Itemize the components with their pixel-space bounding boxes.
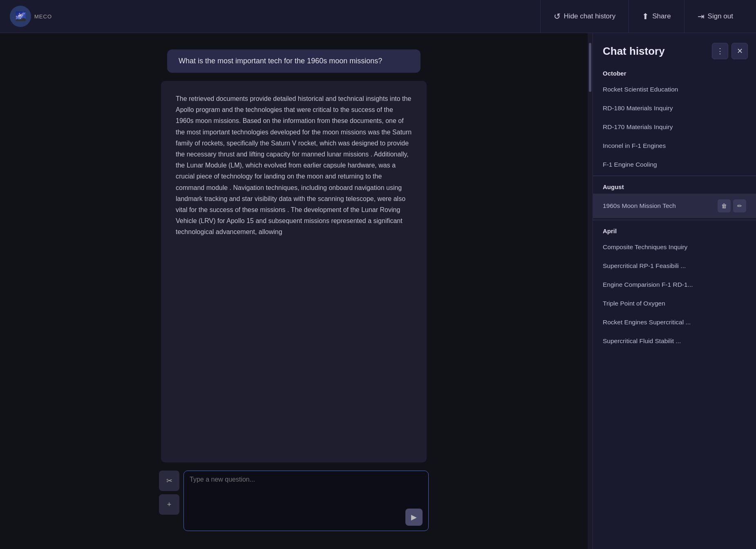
history-item-text: Supercritical RP-1 Feasibili ... — [603, 262, 746, 270]
history-item[interactable]: Rocket Engines Supercritical ...🗑✏ — [593, 313, 756, 332]
chat-scrollbar[interactable] — [588, 33, 593, 549]
input-area: ✂ + ▶ — [159, 471, 429, 539]
topbar-actions: ↺ Hide chat history ⬆ Share ⇥ Sign out — [540, 0, 746, 33]
history-item[interactable]: Rocket Scientist Education🗑✏ — [593, 80, 756, 99]
history-item-text: RD-180 Materials Inquiry — [603, 105, 746, 112]
ai-response-text: The retrieved documents provide detailed… — [176, 95, 412, 235]
logo-icon: 🌌 — [10, 6, 31, 27]
history-item[interactable]: RD-170 Materials Inquiry🗑✏ — [593, 118, 756, 136]
chat-area: What is the most important tech for the … — [0, 33, 588, 549]
history-item[interactable]: Composite Techniques Inquiry🗑✏ — [593, 238, 756, 257]
signout-label: Sign out — [708, 12, 733, 20]
history-item[interactable]: Engine Comparision F-1 RD-1...🗑✏ — [593, 275, 756, 294]
user-message: What is the most important tech for the … — [167, 49, 420, 73]
history-item-text: F-1 Engine Cooling — [603, 161, 746, 168]
user-message-text: What is the most important tech for the … — [179, 57, 382, 65]
history-item-text: Inconel in F-1 Engines — [603, 142, 746, 150]
chat-messages: What is the most important tech for the … — [10, 49, 578, 462]
history-item-text: Supercritical Fluid Stabilit ... — [603, 337, 746, 345]
send-button[interactable]: ▶ — [405, 509, 423, 526]
history-item-text: Triple Point of Oxygen — [603, 300, 746, 307]
add-icon: + — [167, 500, 172, 509]
section-divider — [593, 176, 756, 176]
input-wrapper: ▶ — [183, 471, 429, 531]
logo-text: MECO — [34, 13, 52, 20]
history-item-text: Engine Comparision F-1 RD-1... — [603, 281, 746, 288]
history-item-text: Rocket Scientist Education — [603, 86, 746, 93]
sidebar-content: OctoberRocket Scientist Education🗑✏RD-18… — [593, 66, 756, 549]
history-item-actions: 🗑✏ — [718, 199, 746, 212]
signout-icon: ⇥ — [698, 11, 705, 21]
signout-button[interactable]: ⇥ Sign out — [684, 0, 746, 33]
delete-history-button[interactable]: 🗑 — [718, 199, 731, 212]
attach-button[interactable]: ✂ — [159, 471, 179, 491]
sidebar-close-button[interactable]: ✕ — [731, 43, 748, 59]
more-icon: ⋮ — [716, 47, 724, 56]
logo-area: 🌌 MECO — [10, 6, 52, 27]
history-item[interactable]: Triple Point of Oxygen🗑✏ — [593, 294, 756, 313]
section-label-august: August — [593, 179, 756, 194]
hide-chat-label: Hide chat history — [564, 12, 616, 20]
section-label-october: October — [593, 66, 756, 80]
history-item[interactable]: 1960s Moon Mission Tech🗑✏ — [593, 194, 756, 218]
sidebar: Chat history ⋮ ✕ OctoberRocket Scientist… — [593, 33, 756, 549]
history-item-text: Composite Techniques Inquiry — [603, 243, 746, 251]
hide-chat-button[interactable]: ↺ Hide chat history — [540, 0, 629, 33]
send-icon: ▶ — [411, 513, 417, 522]
main-layout: What is the most important tech for the … — [0, 33, 756, 549]
add-button[interactable]: + — [159, 494, 179, 515]
history-item[interactable]: Supercritical Fluid Stabilit ...🗑✏ — [593, 332, 756, 350]
chat-input[interactable] — [190, 476, 423, 509]
history-item[interactable]: RD-180 Materials Inquiry🗑✏ — [593, 99, 756, 118]
sidebar-header: Chat history ⋮ ✕ — [593, 33, 756, 66]
history-item-text: RD-170 Materials Inquiry — [603, 123, 746, 131]
sidebar-header-buttons: ⋮ ✕ — [712, 43, 748, 59]
section-label-april: April — [593, 223, 756, 238]
share-icon: ⬆ — [642, 11, 649, 21]
edit-history-button[interactable]: ✏ — [733, 199, 746, 212]
hide-chat-icon: ↺ — [554, 11, 561, 21]
history-item-text: 1960s Moon Mission Tech — [603, 202, 718, 210]
history-item[interactable]: Inconel in F-1 Engines🗑✏ — [593, 136, 756, 155]
ai-response: The retrieved documents provide detailed… — [161, 81, 427, 462]
topbar: 🌌 MECO ↺ Hide chat history ⬆ Share ⇥ Sig… — [0, 0, 756, 33]
history-item[interactable]: F-1 Engine Cooling🗑✏ — [593, 155, 756, 174]
history-item-text: Rocket Engines Supercritical ... — [603, 319, 746, 326]
close-icon: ✕ — [737, 47, 743, 56]
input-side-buttons: ✂ + — [159, 471, 179, 515]
history-item[interactable]: Supercritical RP-1 Feasibili ...🗑✏ — [593, 257, 756, 275]
share-button[interactable]: ⬆ Share — [629, 0, 684, 33]
sidebar-title: Chat history — [603, 45, 665, 58]
scrollbar-thumb — [589, 43, 591, 92]
share-label: Share — [652, 12, 671, 20]
section-divider — [593, 220, 756, 220]
sidebar-more-button[interactable]: ⋮ — [712, 43, 728, 59]
attach-icon: ✂ — [166, 476, 172, 485]
